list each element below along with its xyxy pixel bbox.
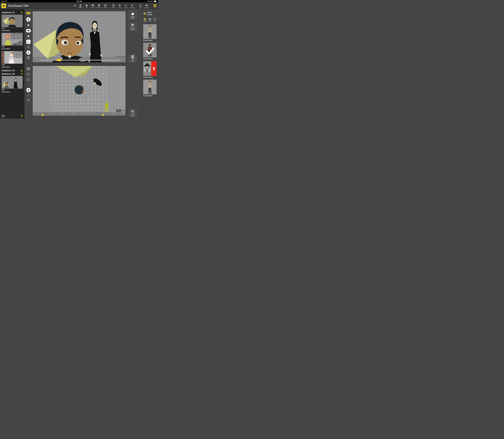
scene-reset-button[interactable]: Scene Reset bbox=[128, 11, 137, 20]
tool-label: Vehicle bbox=[91, 7, 95, 8]
tab-camera[interactable]: Camera bbox=[148, 18, 152, 22]
asset-item[interactable]: Asset Name bbox=[143, 24, 156, 41]
tool-text[interactable]: A Text bbox=[117, 3, 122, 8]
timeline-tick: 60 bbox=[92, 113, 94, 114]
shot-title: Title bbox=[2, 46, 23, 48]
view-reset-button[interactable]: View Reset bbox=[128, 109, 137, 117]
asset-item-selected[interactable]: Asset Name bbox=[143, 43, 156, 60]
rail-sun-big-toggle[interactable] bbox=[24, 50, 32, 55]
rail-sun-small-toggle[interactable] bbox=[24, 45, 32, 49]
scale-tool-button[interactable] bbox=[24, 93, 32, 97]
text-icon: A bbox=[119, 4, 121, 7]
pose-slider-track[interactable] bbox=[40, 60, 120, 61]
rail-bg-toggle[interactable] bbox=[24, 23, 32, 27]
timeline-tick: 40 bbox=[72, 113, 74, 114]
viewport-topdown-scene bbox=[33, 66, 126, 116]
timeline-tick: 90 bbox=[122, 113, 124, 114]
person-icon bbox=[27, 18, 30, 21]
tool-label: Light bbox=[139, 7, 142, 8]
timeline[interactable]: 10 20 30 40 50 60 70 80 90 bbox=[33, 112, 126, 116]
tool-bg[interactable]: BG bbox=[84, 3, 89, 8]
rotate-tool-button[interactable] bbox=[24, 98, 32, 102]
shot-thumbnail[interactable]: Title Description bbox=[2, 33, 23, 50]
viewport-divider bbox=[24, 64, 143, 64]
viewport-topdown[interactable]: 90 Frame 10 20 30 40 50 60 70 80 90 bbox=[33, 66, 126, 116]
used-asset-panel: Used Asset Asset Camera bbox=[142, 9, 158, 119]
apps-grid-button[interactable] bbox=[153, 4, 157, 8]
car-icon bbox=[27, 30, 30, 32]
tab-etc[interactable]: ETC Etc bbox=[153, 18, 156, 22]
viewport-3d[interactable]: Pose Control bbox=[33, 11, 126, 62]
timeline-marker-end[interactable] bbox=[102, 114, 104, 116]
sequence-header-3[interactable]: Sequence_03 bbox=[2, 73, 23, 75]
camera-reset-button[interactable]: Camera Reset bbox=[128, 22, 137, 31]
tool-frame[interactable]: Frame bbox=[111, 3, 116, 8]
button-label-line: Camera bbox=[130, 27, 135, 29]
shot-thumbnail[interactable]: Title Description bbox=[2, 51, 23, 68]
view-cube-side-button[interactable] bbox=[24, 72, 32, 76]
shot-preview-boy-closeup bbox=[2, 15, 23, 27]
view-cube-top-button[interactable] bbox=[24, 77, 32, 82]
add-sequence-button[interactable] bbox=[2, 114, 5, 117]
rail-furniture-toggle[interactable] bbox=[24, 34, 32, 38]
rail-people-toggle[interactable] bbox=[24, 17, 32, 22]
camera-icon bbox=[145, 4, 148, 7]
pose-slider[interactable] bbox=[40, 59, 120, 61]
canvas-area: Pose Control bbox=[32, 9, 142, 119]
sequence-header-1[interactable]: Sequence_01 bbox=[2, 11, 23, 14]
delete-asset-button[interactable] bbox=[151, 61, 156, 76]
rail-image-toggle[interactable] bbox=[24, 39, 32, 44]
tab-label: Asset bbox=[144, 21, 146, 22]
timeline-tick: 70 bbox=[102, 113, 104, 114]
asset-item[interactable]: Asset Name bbox=[143, 80, 156, 97]
collapse-panel-button[interactable] bbox=[21, 114, 23, 117]
building-icon bbox=[27, 24, 30, 26]
tool-light[interactable]: Light bbox=[138, 3, 143, 8]
move-tool-button[interactable] bbox=[24, 88, 32, 92]
home-button[interactable] bbox=[1, 3, 6, 8]
shot-save-button[interactable]: Shot Save bbox=[128, 54, 137, 63]
chevron-left-icon bbox=[21, 114, 23, 117]
tool-camera[interactable]: Camera bbox=[144, 3, 149, 8]
chevron-down-icon bbox=[21, 73, 23, 74]
sequence-header-2[interactable]: Sequence_02 bbox=[2, 69, 23, 72]
save-icon bbox=[131, 55, 134, 58]
button-label-line: Reset bbox=[131, 17, 134, 19]
button-label-line: Reset bbox=[131, 115, 134, 116]
button-label-line: View bbox=[131, 113, 134, 115]
button-label-line: Save bbox=[131, 60, 134, 62]
pose-slider-handle[interactable] bbox=[57, 59, 61, 61]
rail-vehicle-toggle[interactable] bbox=[24, 28, 32, 33]
shot-thumbnail[interactable]: Title Description bbox=[2, 76, 23, 93]
tool-label: Furniture bbox=[96, 7, 102, 8]
tab-label: Camera bbox=[148, 21, 152, 22]
tool-furniture[interactable]: Furniture bbox=[96, 3, 102, 8]
tool-vehicle[interactable]: Vehicle bbox=[90, 3, 96, 8]
folder-plus-icon bbox=[2, 114, 5, 117]
sequence-panel: Sequence_01 Title Description bbox=[0, 9, 24, 119]
add-button[interactable] bbox=[73, 3, 77, 8]
visibility-eye-button[interactable] bbox=[24, 11, 32, 15]
asset-preview-woman bbox=[143, 80, 156, 94]
photo-camera-icon bbox=[149, 18, 151, 20]
pose-control-label: Pose Control bbox=[116, 56, 125, 58]
shot-thumbnail[interactable]: Title Description bbox=[2, 15, 23, 31]
asset-item-delete-revealed[interactable]: Asset Name bbox=[143, 61, 156, 78]
tool-arrow[interactable]: Arrow bbox=[123, 3, 129, 8]
view-reset-icon bbox=[131, 110, 134, 113]
sun-icon bbox=[27, 46, 30, 49]
rail-filmstrip-toggle[interactable] bbox=[24, 55, 32, 60]
light-icon bbox=[139, 4, 142, 7]
tool-people[interactable]: People bbox=[78, 3, 83, 8]
tab-asset[interactable]: Asset bbox=[143, 18, 147, 22]
tool-image[interactable]: Image bbox=[103, 3, 108, 8]
asset-name: Asset Name bbox=[143, 39, 156, 41]
timeline-marker-start[interactable] bbox=[41, 114, 44, 116]
asset-preview-house bbox=[143, 61, 151, 76]
frame-icon bbox=[112, 4, 115, 7]
tool-label: Arrow bbox=[124, 7, 128, 8]
viewport-3d-scene bbox=[33, 11, 126, 62]
asset-name: Asset Name bbox=[143, 95, 156, 97]
tool-drawing[interactable]: Drawing bbox=[130, 3, 135, 8]
view-cube-front-button[interactable] bbox=[24, 67, 32, 71]
